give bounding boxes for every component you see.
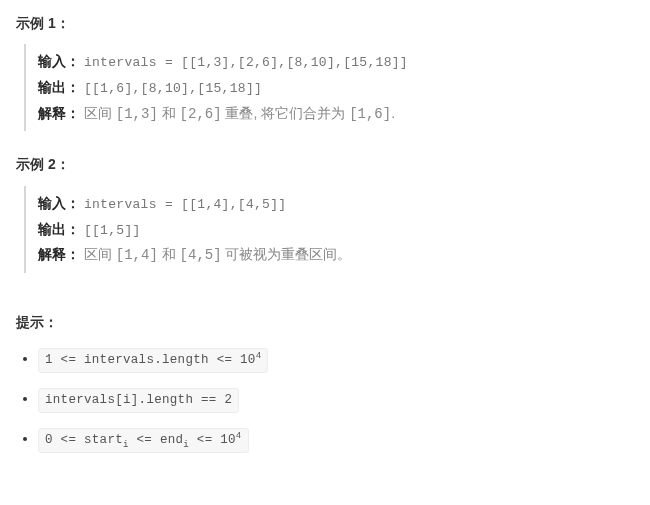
codechip-sup: 4 xyxy=(236,431,242,441)
codechip-text: 1 <= intervals.length <= 10 xyxy=(45,353,256,367)
list-item: intervals[i].length == 2 xyxy=(38,387,634,413)
example-1-heading: 示例 1： xyxy=(16,12,634,34)
explain-part: . xyxy=(391,105,395,121)
example-1-output: 输出： [[1,6],[8,10],[15,18]] xyxy=(38,76,634,100)
example-2-heading: 示例 2： xyxy=(16,153,634,175)
hints-list: 1 <= intervals.length <= 104 intervals[i… xyxy=(16,347,634,453)
codechip-text: 0 <= start xyxy=(45,433,123,447)
output-code: [[1,6],[8,10],[15,18]] xyxy=(84,81,262,96)
example-2-input: 输入： intervals = [[1,4],[4,5]] xyxy=(38,192,634,216)
explain-code: [1,4] xyxy=(116,247,158,263)
codechip-text: intervals[i].length == 2 xyxy=(45,393,232,407)
constraint-code: 0 <= starti <= endi <= 104 xyxy=(38,428,249,453)
explain-part: 区间 xyxy=(84,105,116,121)
explain-code: [1,3] xyxy=(116,106,158,122)
constraint-code: intervals[i].length == 2 xyxy=(38,388,239,413)
constraint-code: 1 <= intervals.length <= 104 xyxy=(38,348,268,373)
example-1-input: 输入： intervals = [[1,3],[2,6],[8,10],[15,… xyxy=(38,50,634,74)
input-code: intervals = [[1,4],[4,5]] xyxy=(84,197,287,212)
explain-part: 可被视为重叠区间。 xyxy=(222,246,352,262)
example-1-block: 输入： intervals = [[1,3],[2,6],[8,10],[15,… xyxy=(24,44,634,131)
example-1-explain: 解释： 区间 [1,3] 和 [2,6] 重叠, 将它们合并为 [1,6]. xyxy=(38,102,634,125)
explain-part: 区间 xyxy=(84,246,116,262)
explain-code: [4,5] xyxy=(180,247,222,263)
hints-heading: 提示： xyxy=(16,311,634,333)
list-item: 0 <= starti <= endi <= 104 xyxy=(38,427,634,453)
explain-part: 重叠, 将它们合并为 xyxy=(222,105,350,121)
codechip-text: <= end xyxy=(129,433,184,447)
explain-label: 解释： xyxy=(38,105,80,121)
explain-code: [2,6] xyxy=(180,106,222,122)
explain-text: 区间 [1,4] 和 [4,5] 可被视为重叠区间。 xyxy=(84,246,352,262)
codechip-sup: 4 xyxy=(256,351,262,361)
input-label: 输入： xyxy=(38,53,80,69)
output-label: 输出： xyxy=(38,79,80,95)
explain-part: 和 xyxy=(158,246,180,262)
example-2-explain: 解释： 区间 [1,4] 和 [4,5] 可被视为重叠区间。 xyxy=(38,243,634,266)
example-2-output: 输出： [[1,5]] xyxy=(38,218,634,242)
explain-part: 和 xyxy=(158,105,180,121)
input-label: 输入： xyxy=(38,195,80,211)
explain-text: 区间 [1,3] 和 [2,6] 重叠, 将它们合并为 [1,6]. xyxy=(84,105,395,121)
output-code: [[1,5]] xyxy=(84,223,141,238)
input-code: intervals = [[1,3],[2,6],[8,10],[15,18]] xyxy=(84,55,408,70)
explain-label: 解释： xyxy=(38,246,80,262)
list-item: 1 <= intervals.length <= 104 xyxy=(38,347,634,373)
codechip-text: <= 10 xyxy=(189,433,236,447)
output-label: 输出： xyxy=(38,221,80,237)
example-2-block: 输入： intervals = [[1,4],[4,5]] 输出： [[1,5]… xyxy=(24,186,634,273)
explain-code: [1,6] xyxy=(349,106,391,122)
